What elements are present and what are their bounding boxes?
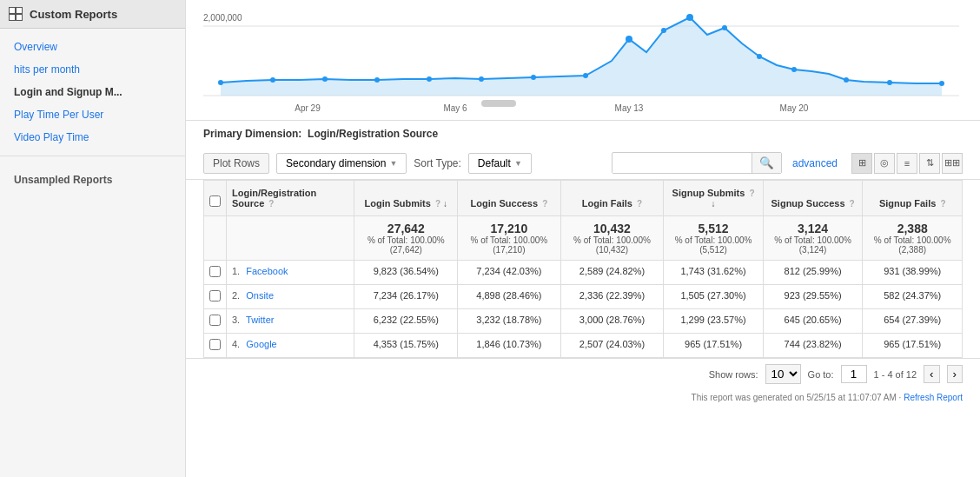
prev-page-button[interactable]: ‹ (924, 365, 939, 383)
row-checkbox-2[interactable] (209, 315, 221, 326)
row-checkbox-3[interactable] (209, 339, 221, 350)
header-signup-submits-help-icon[interactable]: ? (749, 189, 754, 198)
primary-dimension-bar: Primary Dimension: Login/Registration So… (186, 121, 980, 147)
view-icons: ⊞ ◎ ≡ ⇅ ⊞⊞ (851, 153, 963, 174)
totals-login-success-pct: % of Total: 100.00% (17,210) (463, 235, 555, 255)
table-row: 4. Google 4,353 (15.75%) 1,846 (10.73%) … (204, 334, 963, 358)
totals-signup-submits-value: 5,512 (669, 222, 758, 235)
chart-dot (757, 54, 762, 59)
sidebar-item-overview[interactable]: Overview (0, 36, 185, 58)
chart-dot (374, 77, 380, 83)
header-signup-success: Signup Success ? (763, 181, 863, 216)
data-table: Login/Registration Source ? Login Submit… (203, 180, 963, 358)
row-source-link-2[interactable]: Twitter (246, 315, 274, 325)
header-login-success-help-icon[interactable]: ? (542, 199, 547, 209)
sidebar-divider (0, 156, 185, 156)
x-label-apr29: Apr 29 (295, 103, 321, 113)
header-source-help-icon[interactable]: ? (268, 199, 274, 209)
row-login-fails-1: 2,336 (22.39%) (560, 285, 664, 309)
row-num-source-cell-0: 1. Facebook (227, 261, 354, 285)
row-checkbox-cell-1 (204, 285, 227, 309)
row-login-success-3: 1,846 (10.73%) (458, 334, 561, 358)
search-input[interactable] (612, 154, 752, 173)
totals-signup-success-value: 3,124 (769, 222, 858, 235)
header-source: Login/Registration Source ? (227, 181, 354, 216)
toolbar: Plot Rows Secondary dimension ▼ Sort Typ… (186, 147, 980, 180)
row-signup-success-3: 744 (23.82%) (763, 334, 863, 358)
header-login-submits-sort-icon: ↓ (443, 199, 447, 209)
header-signup-submits-sort-icon: ↓ (712, 199, 716, 209)
row-signup-fails-0: 931 (38.99%) (863, 261, 963, 285)
row-checkbox-0[interactable] (209, 266, 221, 277)
header-login-fails: Login Fails ? (560, 181, 664, 216)
sidebar-item-videoplay[interactable]: Video Play Time (0, 126, 185, 149)
sort-type-arrow-icon: ▼ (514, 159, 522, 168)
plot-rows-button[interactable]: Plot Rows (203, 153, 269, 174)
chart-dot (270, 77, 275, 83)
row-num-source-cell-3: 4. Google (227, 334, 354, 358)
select-all-checkbox[interactable] (209, 195, 221, 207)
refresh-report-link[interactable]: Refresh Report (904, 393, 963, 402)
sidebar: Custom Reports Overview hits per month L… (0, 0, 186, 477)
primary-dimension-value: Login/Registration Source (308, 128, 438, 140)
totals-source-cell (227, 216, 354, 261)
secondary-dimension-arrow-icon: ▼ (389, 159, 397, 168)
header-signup-submits: Signup Submits ? ↓ (664, 181, 764, 216)
row-signup-success-0: 812 (25.99%) (763, 261, 863, 285)
header-login-submits: Login Submits ? ↓ (354, 181, 458, 216)
totals-signup-submits-pct: % of Total: 100.00% (5,512) (669, 235, 758, 255)
svg-rect-3 (17, 15, 22, 20)
x-label-may13: May 13 (615, 103, 644, 113)
header-login-fails-help-icon[interactable]: ? (637, 199, 642, 209)
chart-dot (661, 28, 666, 33)
chart-area: 2,000,000 Apr 29 May 6 May 13 May 20 (186, 0, 980, 121)
table-wrap: Login/Registration Source ? Login Submit… (186, 180, 980, 358)
y-axis-label: 2,000,000 (203, 13, 242, 23)
row-source-link-1[interactable]: Onsite (246, 290, 274, 301)
chart-dot (583, 73, 588, 78)
row-signup-success-2: 645 (20.65%) (763, 309, 863, 334)
header-checkbox-col (204, 181, 227, 216)
rows-per-page-select[interactable]: 10 25 50 (765, 364, 801, 384)
sort-type-dropdown[interactable]: Default ▼ (468, 153, 532, 174)
header-login-submits-help-icon[interactable]: ? (435, 199, 440, 209)
header-signup-fails-help-icon[interactable]: ? (940, 199, 945, 209)
totals-signup-fails-value: 2,388 (868, 222, 957, 235)
row-login-success-1: 4,898 (28.46%) (458, 285, 561, 309)
header-signup-success-help-icon[interactable]: ? (850, 199, 855, 209)
search-button[interactable]: 🔍 (752, 153, 781, 173)
view-icon-table[interactable]: ⊞ (851, 153, 872, 174)
totals-login-success-cell: 17,210 % of Total: 100.00% (17,210) (458, 216, 561, 261)
row-login-submits-0: 9,823 (36.54%) (354, 261, 458, 285)
row-source-link-3[interactable]: Google (246, 339, 276, 349)
view-icon-pivot[interactable]: ⊞⊞ (942, 153, 963, 174)
totals-row: 27,642 % of Total: 100.00% (27,642) 17,2… (204, 216, 963, 261)
page-range: 1 - 4 of 12 (874, 369, 917, 380)
advanced-link[interactable]: advanced (792, 157, 838, 169)
sidebar-nav: Overview hits per month Login and Signup… (0, 29, 185, 196)
row-num-source-cell-1: 2. Onsite (227, 285, 354, 309)
go-to-input[interactable] (841, 365, 867, 383)
sidebar-item-playtime[interactable]: Play Time Per User (0, 103, 185, 126)
view-icon-bar[interactable]: ≡ (897, 153, 917, 174)
row-checkbox-1[interactable] (209, 290, 221, 301)
sidebar-item-hits[interactable]: hits per month (0, 58, 185, 81)
chart-scrollbar[interactable] (481, 100, 516, 107)
sidebar-item-login[interactable]: Login and Signup M... (0, 81, 185, 103)
view-icon-pie[interactable]: ◎ (874, 153, 895, 174)
row-source-link-0[interactable]: Facebook (246, 266, 288, 276)
next-page-button[interactable]: › (947, 365, 963, 383)
totals-login-fails-cell: 10,432 % of Total: 100.00% (10,432) (560, 216, 664, 261)
row-login-fails-2: 3,000 (28.76%) (560, 309, 664, 334)
svg-rect-0 (10, 8, 15, 13)
row-num-3: 4. (232, 339, 240, 349)
secondary-dimension-dropdown[interactable]: Secondary dimension ▼ (276, 153, 407, 174)
totals-login-submits-pct: % of Total: 100.00% (27,642) (360, 235, 452, 255)
totals-checkbox-cell (204, 216, 227, 261)
row-login-submits-3: 4,353 (15.75%) (354, 334, 458, 358)
totals-login-fails-value: 10,432 (566, 222, 659, 235)
row-signup-fails-3: 965 (17.51%) (863, 334, 963, 358)
view-icon-compare[interactable]: ⇅ (919, 153, 940, 174)
sidebar-title: Custom Reports (30, 8, 117, 21)
header-signup-fails: Signup Fails ? (863, 181, 963, 216)
